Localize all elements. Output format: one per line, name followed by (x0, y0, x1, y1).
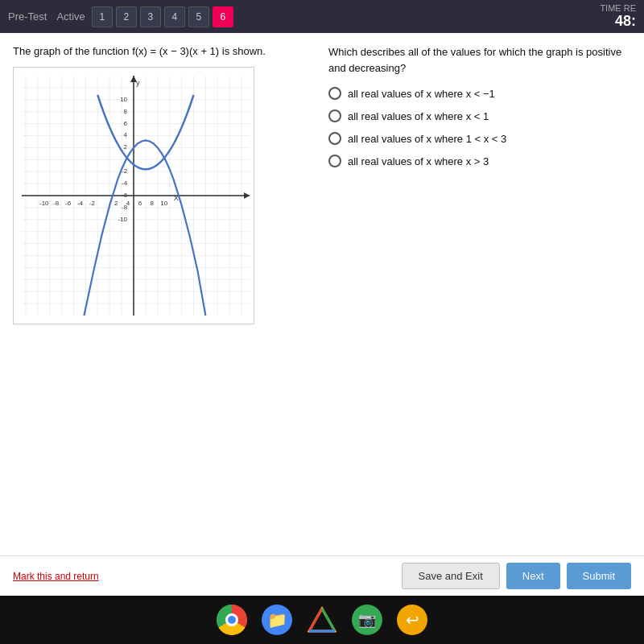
timer-value: 48: (600, 13, 636, 30)
top-bar: Pre-Test Active 1 2 3 4 5 6 TIME RE 48: (0, 0, 644, 33)
question-numbers: 1 2 3 4 5 6 (92, 6, 233, 27)
q-num-1[interactable]: 1 (92, 6, 113, 27)
svg-text:-6: -6 (65, 200, 72, 207)
svg-text:-4: -4 (77, 200, 84, 207)
svg-text:8: 8 (151, 200, 155, 207)
q-num-2[interactable]: 2 (116, 6, 137, 27)
next-button[interactable]: Next (506, 563, 560, 589)
test-label: Pre-Test (8, 10, 47, 23)
camera-icon[interactable]: 📷 (352, 605, 382, 635)
timer-label: TIME RE (600, 3, 636, 13)
option-label-4: all real values of x where x > 3 (348, 155, 489, 167)
svg-text:4: 4 (124, 132, 128, 139)
svg-marker-40 (244, 192, 250, 199)
radio-option-1[interactable] (328, 87, 341, 100)
radio-option-3[interactable] (328, 132, 341, 145)
files-icon[interactable]: 📁 (262, 605, 292, 635)
option-label-3: all real values of x where 1 < x < 3 (348, 133, 506, 145)
main-content: The graph of the function f(x) = (x − 3)… (0, 33, 644, 596)
bottom-bar: Mark this and return Save and Exit Next … (0, 555, 644, 596)
back-icon[interactable]: ↩ (397, 605, 427, 635)
option-item-3[interactable]: all real values of x where 1 < x < 3 (328, 132, 631, 145)
svg-text:-2: -2 (89, 200, 96, 207)
q-num-3[interactable]: 3 (140, 6, 161, 27)
graph-svg: -10 -8 -6 -4 -2 2 4 6 8 10 X 10 8 (14, 68, 254, 324)
question-area: The graph of the function f(x) = (x − 3)… (0, 33, 644, 555)
svg-marker-65 (309, 609, 335, 631)
svg-text:-4: -4 (122, 180, 128, 187)
radio-option-2[interactable] (328, 109, 341, 122)
svg-text:-10: -10 (39, 200, 49, 207)
problem-text: The graph of the function f(x) = (x − 3)… (13, 44, 316, 59)
svg-text:2: 2 (114, 200, 118, 207)
svg-text:y: y (136, 79, 140, 87)
chrome-icon[interactable] (217, 605, 247, 635)
svg-text:6: 6 (138, 200, 142, 207)
svg-text:2: 2 (124, 144, 128, 151)
svg-text:-10: -10 (118, 216, 128, 223)
svg-text:8: 8 (124, 108, 128, 115)
svg-text:-6: -6 (122, 192, 128, 199)
left-side: The graph of the function f(x) = (x − 3)… (13, 44, 316, 544)
top-bar-left: Pre-Test Active 1 2 3 4 5 6 (8, 6, 233, 27)
svg-text:-8: -8 (122, 204, 128, 211)
svg-text:10: 10 (120, 96, 127, 103)
right-side: Which describes all of the values for wh… (328, 44, 631, 544)
svg-text:6: 6 (124, 120, 128, 127)
svg-text:-8: -8 (53, 200, 60, 207)
screen: Pre-Test Active 1 2 3 4 5 6 TIME RE 48: … (0, 0, 644, 644)
q-num-4[interactable]: 4 (164, 6, 185, 27)
option-item-2[interactable]: all real values of x where x < 1 (328, 109, 631, 122)
svg-text:10: 10 (160, 200, 167, 207)
graph-container: -10 -8 -6 -4 -2 2 4 6 8 10 X 10 8 (13, 67, 254, 324)
option-label-2: all real values of x where x < 1 (348, 110, 489, 122)
radio-option-4[interactable] (328, 155, 341, 167)
save-exit-button[interactable]: Save and Exit (402, 563, 500, 589)
q-num-6[interactable]: 6 (213, 6, 233, 27)
active-label: Active (56, 10, 85, 23)
option-item-1[interactable]: all real values of x where x < −1 (328, 87, 631, 100)
drive-icon[interactable] (307, 605, 337, 635)
question-text: Which describes all of the values for wh… (328, 44, 631, 76)
action-buttons: Save and Exit Next Submit (402, 563, 631, 589)
submit-button[interactable]: Submit (567, 563, 631, 589)
options-list: all real values of x where x < −1 all re… (328, 87, 631, 167)
option-label-1: all real values of x where x < −1 (348, 88, 495, 100)
option-item-4[interactable]: all real values of x where x > 3 (328, 155, 631, 167)
q-num-5[interactable]: 5 (188, 6, 209, 27)
timer-section: TIME RE 48: (600, 3, 636, 30)
taskbar: 📁 📷 ↩ (0, 596, 644, 644)
mark-return-link[interactable]: Mark this and return (13, 571, 99, 582)
